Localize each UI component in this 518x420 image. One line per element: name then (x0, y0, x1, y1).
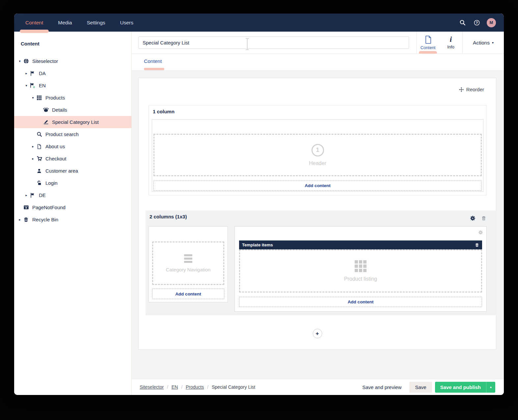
user-icon (36, 168, 42, 174)
breadcrumb-siteselector[interactable]: Siteselector (140, 384, 164, 390)
page-title-input[interactable] (138, 37, 409, 49)
row-title: 1 column (153, 109, 175, 114)
reorder-button[interactable]: Reorder (459, 87, 484, 92)
document-icon (36, 144, 42, 150)
globe-icon (23, 58, 29, 64)
edit-icon (42, 119, 49, 125)
window-error-icon (23, 205, 29, 210)
flag-icon (29, 192, 36, 198)
nav-content[interactable]: Content (21, 14, 48, 32)
tab-info-label: Info (447, 44, 454, 49)
publish-options-caret[interactable]: ▲ (486, 382, 495, 393)
product-grid-icon (355, 260, 367, 272)
content-doc-icon (425, 36, 431, 44)
template-items-header[interactable]: Template items (239, 240, 482, 249)
tree-item-checkout[interactable]: ▸ Checkout (14, 153, 131, 165)
tree-item-recycle-bin[interactable]: ▸ Recycle Bin (14, 213, 131, 226)
row-delete-trash-icon[interactable] (481, 216, 486, 221)
tree-item-about-us[interactable]: ▸ About us (14, 140, 131, 153)
add-content-button[interactable]: Add content (239, 297, 482, 307)
tree-item-pagenotfound[interactable]: PageNotFound (14, 201, 131, 213)
grid-icon (36, 95, 42, 101)
tree-item-label: Products (45, 95, 65, 100)
caret-collapsed-icon[interactable]: ▸ (23, 71, 29, 75)
actions-dropdown[interactable]: Actions ▾ (462, 32, 504, 54)
row-settings-gear-icon[interactable] (470, 215, 476, 221)
add-content-button[interactable]: Add content (153, 181, 482, 191)
tree-item-label: Siteselector (32, 58, 58, 64)
tree-item-en[interactable]: ▾ EN (14, 79, 131, 92)
tree-item-login[interactable]: Login (14, 177, 131, 189)
tree-item-customer-area[interactable]: Customer area (14, 165, 131, 177)
row-title: 2 columns (1x3) (150, 214, 187, 219)
tree-item-special-category-list[interactable]: Special Category List (14, 116, 131, 128)
breadcrumb-products[interactable]: Products (186, 384, 204, 390)
tree-item-da[interactable]: ▸ DA (14, 67, 131, 79)
reorder-label: Reorder (466, 87, 484, 92)
chevron-up-icon: ▲ (489, 385, 492, 389)
editor-scroll-area[interactable]: Reorder 1 column 1 Header Add content (132, 71, 504, 379)
editor-footer: Siteselector / EN / Products / Special C… (132, 379, 504, 395)
category-navigation-dropzone[interactable]: Category Navigation (152, 241, 224, 285)
breadcrumb-en[interactable]: EN (172, 384, 178, 390)
tab-content[interactable]: Content (416, 32, 439, 54)
save-and-preview-button[interactable]: Save and preview (362, 384, 401, 390)
tree-item-label: Details (52, 107, 67, 113)
document-header: Content i Info Actions ▾ (132, 32, 504, 54)
sidebar-section-title: Content (14, 32, 131, 46)
tab-content-label: Content (421, 45, 436, 50)
tree-item-label: DE (39, 192, 46, 198)
save-and-publish-label: Save and publish (435, 384, 486, 390)
nav-content-label: Content (25, 20, 43, 26)
tab-info[interactable]: i Info (439, 32, 462, 54)
column-count-badge: 1 (312, 144, 324, 156)
caret-expanded-icon[interactable]: ▾ (23, 84, 29, 87)
subtab-content[interactable]: Content (144, 58, 162, 64)
caret-expanded-icon[interactable]: ▾ (17, 59, 23, 63)
add-row-button[interactable]: + (313, 329, 322, 338)
product-listing-dropzone[interactable]: Product listing (239, 249, 482, 293)
caret-expanded-icon[interactable]: ▾ (30, 96, 36, 99)
tree-item-label: EN (39, 83, 46, 88)
caret-collapsed-icon[interactable]: ▸ (30, 145, 36, 148)
tree-item-details[interactable]: Details (14, 104, 131, 116)
row-1-column: 1 column 1 Header Add content (149, 105, 487, 195)
main-sections: Content Media Settings Users (14, 14, 144, 32)
nav-users[interactable]: Users (116, 14, 138, 32)
tree-item-label: DA (39, 70, 46, 76)
nav-media[interactable]: Media (53, 14, 76, 32)
add-content-button[interactable]: Add content (152, 289, 224, 299)
placeholder-label: Product listing (344, 276, 377, 282)
package-icon (42, 107, 49, 113)
tree-item-products[interactable]: ▾ Products (14, 92, 131, 104)
column-settings-gear-icon[interactable] (478, 230, 483, 235)
tree-item-label: Recycle Bin (32, 217, 58, 222)
caret-collapsed-icon[interactable]: ▸ (30, 157, 36, 160)
caret-collapsed-icon[interactable]: ▸ (23, 193, 29, 197)
app-tabs: Content i Info Actions ▾ (416, 32, 504, 54)
nav-settings[interactable]: Settings (82, 14, 110, 32)
nav-users-label: Users (120, 20, 133, 26)
save-button[interactable]: Save (409, 382, 432, 393)
header-property-dropzone[interactable]: 1 Header (153, 134, 482, 176)
column-category-navigation: Category Navigation Add content (149, 226, 228, 302)
tree-item-label: Checkout (45, 156, 66, 161)
tree-item-siteselector[interactable]: ▾ Siteselector (14, 55, 131, 67)
navbar-right: ? M (458, 18, 504, 27)
tree-item-product-search[interactable]: Product search (14, 128, 131, 140)
delete-template-trash-icon[interactable] (475, 243, 479, 247)
search-icon[interactable] (458, 18, 467, 27)
tree-item-de[interactable]: ▸ DE (14, 189, 131, 201)
nav-media-label: Media (58, 20, 72, 26)
actions-label: Actions (473, 40, 490, 46)
caret-collapsed-icon[interactable]: ▸ (17, 218, 23, 221)
content-tree-sidebar: Content ▾ Siteselector ▸ DA ▾ EN (14, 32, 132, 395)
help-icon[interactable]: ? (472, 18, 481, 27)
tree-item-label: About us (45, 144, 65, 149)
breadcrumb-separator: / (167, 384, 168, 390)
unlock-icon (36, 180, 42, 186)
search-icon (36, 131, 42, 137)
save-and-publish-button[interactable]: Save and publish ▲ (435, 382, 495, 393)
user-avatar[interactable]: M (487, 18, 496, 27)
top-navbar: Content Media Settings Users ? M (14, 14, 504, 32)
